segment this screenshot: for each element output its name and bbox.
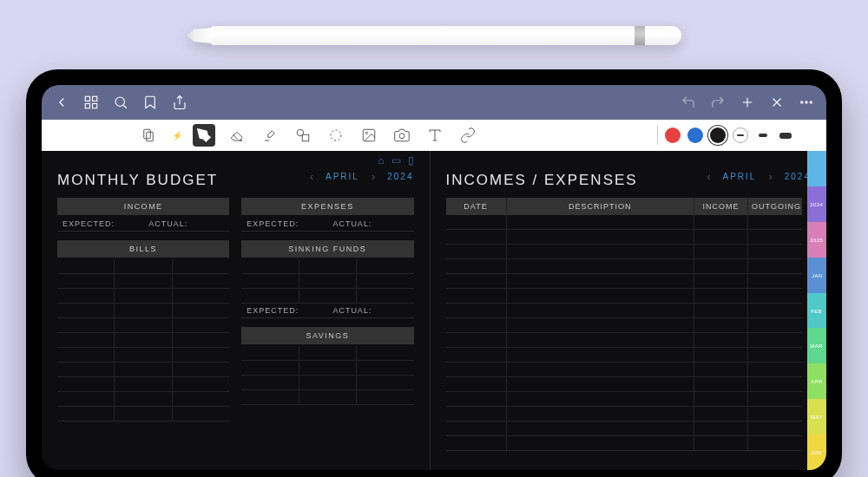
month-label[interactable]: APRIL (326, 172, 359, 181)
side-tab[interactable]: MAR (807, 328, 826, 363)
prev-month[interactable]: ‹ (310, 170, 313, 183)
income-header: INCOME (57, 198, 229, 215)
close-icon[interactable] (769, 95, 785, 110)
svg-point-21 (399, 134, 404, 139)
screen: ⚡ ⌂ ▭ ▯ MONTHLY BUDGET ‹ APRIL › 2024 (42, 85, 826, 470)
undo-icon[interactable] (681, 95, 696, 110)
side-tabs: 20242025JANFEBMARAPRMAYJUN (807, 151, 826, 470)
svg-point-18 (331, 130, 341, 140)
pages-icon[interactable] (137, 124, 160, 147)
bills-header: BILLS (57, 240, 229, 258)
savings-header: SAVINGS (241, 327, 413, 344)
stroke-thin[interactable] (733, 127, 748, 143)
th-desc: DESCRIPTION (507, 198, 695, 215)
savings-rows[interactable] (241, 346, 413, 405)
color-black[interactable] (710, 127, 726, 143)
actual-label: ACTUAL: (327, 306, 413, 315)
redo-icon[interactable] (710, 95, 726, 110)
eraser-tool[interactable] (226, 124, 248, 147)
side-tab[interactable]: JUN (807, 435, 826, 470)
stroke-thick[interactable] (778, 127, 793, 143)
color-blue[interactable] (687, 127, 703, 143)
app-topbar (42, 85, 826, 120)
side-tab[interactable]: MAY (807, 399, 826, 435)
bookmark-icon[interactable] (142, 95, 158, 110)
th-date: DATE (446, 198, 507, 215)
folder-nav-icon[interactable]: ▭ (391, 154, 401, 167)
svg-point-4 (115, 97, 125, 107)
left-page: ⌂ ▭ ▯ MONTHLY BUDGET ‹ APRIL › 2024 INCO… (42, 151, 431, 470)
more-icon[interactable] (799, 95, 814, 110)
svg-point-20 (366, 132, 368, 134)
svg-point-11 (801, 101, 803, 103)
stroke-med[interactable] (755, 127, 771, 143)
lasso-tool[interactable] (325, 124, 347, 147)
side-tab[interactable] (807, 151, 826, 186)
search-icon[interactable] (113, 95, 128, 110)
bluetooth-icon: ⚡ (172, 131, 182, 140)
side-tab[interactable]: JAN (807, 258, 826, 293)
ie-table-header: DATE DESCRIPTION INCOME OUTGOING (446, 198, 803, 215)
th-outgoing: OUTGOING (748, 198, 802, 215)
apple-pencil (187, 26, 681, 45)
grid-icon[interactable] (83, 95, 99, 110)
bills-rows[interactable] (57, 259, 229, 421)
home-nav-icon[interactable]: ⌂ (378, 154, 384, 167)
side-tab[interactable]: APR (807, 363, 826, 399)
planner-content: ⌂ ▭ ▯ MONTHLY BUDGET ‹ APRIL › 2024 INCO… (42, 151, 826, 470)
divider (657, 126, 658, 145)
actual-label: ACTUAL: (143, 219, 229, 228)
month-label[interactable]: APRIL (723, 172, 757, 181)
sinking-rows[interactable] (241, 259, 413, 304)
tablet-frame: ⚡ ⌂ ▭ ▯ MONTHLY BUDGET ‹ APRIL › 2024 (26, 69, 842, 477)
side-tab[interactable]: 2025 (807, 222, 826, 258)
sinking-header: SINKING FUNDS (241, 240, 413, 258)
side-tab[interactable]: FEB (807, 293, 826, 329)
svg-line-5 (123, 105, 127, 108)
prev-month[interactable]: ‹ (707, 170, 710, 183)
expected-label: EXPECTED: (241, 219, 327, 228)
svg-rect-14 (144, 129, 151, 139)
svg-point-12 (806, 101, 807, 103)
svg-rect-1 (93, 96, 97, 101)
svg-rect-2 (85, 104, 89, 108)
camera-tool[interactable] (391, 124, 413, 147)
expected-label: EXPECTED: (241, 306, 327, 315)
expected-label: EXPECTED: (57, 219, 143, 228)
pen-tool[interactable] (193, 124, 215, 147)
svg-rect-17 (303, 134, 310, 141)
ie-table-rows[interactable] (446, 215, 803, 451)
link-tool[interactable] (457, 124, 479, 147)
next-month[interactable]: › (372, 170, 375, 183)
svg-rect-15 (147, 132, 154, 141)
image-tool[interactable] (358, 124, 380, 147)
shapes-tool[interactable] (292, 124, 314, 147)
share-icon[interactable] (172, 95, 187, 110)
side-tab[interactable]: 2024 (807, 186, 826, 222)
text-tool[interactable] (424, 124, 446, 147)
color-red[interactable] (665, 127, 681, 143)
highlighter-tool[interactable] (259, 124, 281, 147)
next-month[interactable]: › (768, 170, 772, 183)
th-income: INCOME (694, 198, 748, 215)
tool-toolbar: ⚡ (42, 120, 826, 151)
doc-nav-icon[interactable]: ▯ (408, 154, 414, 167)
actual-label: ACTUAL: (327, 219, 413, 228)
svg-rect-0 (85, 96, 89, 101)
expenses-header: EXPENSES (241, 198, 413, 215)
svg-rect-3 (93, 104, 97, 108)
right-page: MD INCOMES / EXPENSES ‹ APRIL › 2024 DAT… (431, 151, 827, 470)
year-label[interactable]: 2024 (387, 172, 413, 181)
svg-point-13 (810, 101, 812, 103)
back-icon[interactable] (54, 95, 69, 110)
add-icon[interactable] (740, 95, 755, 110)
